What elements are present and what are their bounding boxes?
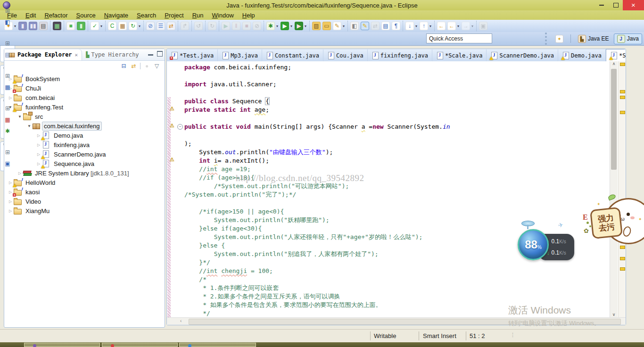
minimize-button[interactable] [594,0,609,10]
horizontal-scrollbar[interactable]: ‹ [167,317,626,325]
restore-view-button[interactable]: ⊞ [3,6,12,16]
mark-occurrences-button[interactable]: ✎ [361,22,369,30]
lint-check-button[interactable]: ✓▾ [91,22,99,30]
menu-help[interactable]: Help [238,12,259,19]
save-button[interactable]: ▮ [18,22,27,30]
tab-type-hierarchy[interactable]: ▙ Type Hierarchy [82,49,142,60]
taskbar-window-1[interactable] [24,343,100,347]
toggle-step-filters-button[interactable]: ⇄ [167,22,175,30]
run-button[interactable]: ▶▾ [281,22,289,30]
restore-view-button[interactable]: ⊞ [3,71,12,81]
save-all-button[interactable]: ▮▮ [29,22,37,30]
warning-bulb-icon[interactable]: ⚠ [170,157,176,163]
dropdown-arrow-icon[interactable]: ▾ [429,24,431,28]
tree-item-xiangmu[interactable]: ▷XiangMu [4,206,165,215]
perspective-java-ee[interactable]: ▙Java EE [575,34,612,44]
dropdown-arrow-icon[interactable]: ▾ [100,24,102,28]
view-tasks-button[interactable]: ▤ [3,50,12,59]
run-external-tools-button[interactable]: ▶▾ [295,22,303,30]
tree-item-sequence-java[interactable]: ▷Sequence.java [4,159,165,168]
dropdown-arrow-icon[interactable]: ▾ [457,24,459,28]
back-button[interactable]: ←▾ [447,22,456,30]
tree-item-helloworld[interactable]: ▷JHelloWorld [4,178,165,187]
expand-arrow-icon[interactable]: ▷ [35,143,42,147]
previous-annotation-button[interactable]: ↑▾ [420,22,428,30]
new-java-package-button[interactable]: ▦ [118,22,127,30]
warning-mark[interactable] [620,257,625,260]
dropdown-arrow-icon[interactable]: ▾ [276,24,278,28]
warning-mark[interactable] [620,267,625,271]
maximize-view-button[interactable] [157,51,163,57]
dropdown-arrow-icon[interactable]: ▾ [471,24,473,28]
restore-button[interactable] [609,0,623,10]
vertical-scrollbar[interactable]: ∧ ∨ [610,61,618,319]
tree-item-fuxinfeng-test[interactable]: ▼Jfuxinfeng.Test [4,102,165,112]
dropdown-arrow-icon[interactable]: ▾ [305,24,306,28]
quick-access-input[interactable] [426,33,492,43]
show-generated-class-button[interactable]: ◧ [350,22,359,30]
dropdown-arrow-icon[interactable]: ▾ [343,24,345,28]
vertical-scroll-thumb[interactable] [611,69,617,170]
show-selected-element-button[interactable]: ▤ [381,22,390,30]
warning-mark[interactable] [620,90,625,93]
memory-percent-ball[interactable]: 88 % [518,229,549,260]
expand-arrow-icon[interactable]: ▷ [7,96,14,100]
warning-bulb-icon[interactable]: ⚠ [170,123,176,129]
editor-tab-mp3-java[interactable]: Mp3.java [218,50,262,61]
next-annotation-button[interactable]: ↓▾ [405,22,414,30]
link-with-editor-button[interactable]: ⇄ [130,62,138,70]
menu-run[interactable]: Run [188,12,208,19]
menu-search[interactable]: Search [132,12,160,19]
tree-item-scannerdemo-java[interactable]: ▷ScannerDemo.java [4,149,165,159]
taskbar-window-2[interactable] [102,343,178,347]
collapse-all-button[interactable]: ⊟ [120,62,128,70]
open-task-button[interactable]: ▨ [312,22,321,30]
scroll-up-icon[interactable]: ∧ [610,61,618,68]
editor-tab-demo-java[interactable]: Demo.java [558,50,606,61]
tree-item-com-beicai[interactable]: ▷com.beicai [4,93,165,102]
format-button[interactable]: ✎▾ [333,22,341,30]
close-view-icon[interactable]: ✕ [75,52,78,58]
tree-item-jre-system-library[interactable]: ▷JRE System Library [jdk1.8.0_131] [4,168,165,178]
editor-tab-scannerdemo-java[interactable]: ScannerDemo.java [487,50,558,61]
editor-tab-constant-java[interactable]: Constant.java [262,50,323,61]
perspective-java[interactable]: JJava [614,33,642,44]
expand-arrow-icon[interactable]: ▷ [7,209,14,213]
show-whitespace-button[interactable]: ¶ [392,22,400,30]
expand-arrow-icon[interactable]: ▼ [26,124,33,128]
skip-all-breakpoints-button[interactable]: ⊘ [146,22,155,30]
open-resource-button[interactable]: ▭ [322,22,331,30]
menu-edit[interactable]: Edit [21,12,40,19]
editor-tab--sequence-java[interactable]: *Sequence.java✕ [606,49,626,61]
tree-item-fixinfeng-java[interactable]: ▷fixinfeng.java [4,140,165,149]
taskbar-window-3[interactable] [179,343,256,347]
menu-project[interactable]: Project [160,12,188,19]
last-edit-location-button[interactable]: ← [437,22,446,30]
warning-mark[interactable] [620,96,625,99]
warning-mark[interactable] [620,111,625,114]
tab-package-explorer[interactable]: Package Explorer ✕ [4,49,82,60]
warning-mark[interactable] [620,63,625,66]
close-button[interactable]: × [623,0,644,10]
tree-item-booksystem[interactable]: ▷JBookSystem [4,74,165,83]
editor-tab-cou-java[interactable]: Cou.java [323,50,368,61]
android-avd-manager-button[interactable]: ■ [66,22,75,30]
code-content[interactable]: package com.beicai.fuxinfeng;import java… [184,63,590,318]
editor-tab--scale-java[interactable]: *Scale.java [432,50,487,61]
warning-mark[interactable] [620,246,625,249]
menu-refactor[interactable]: Refactor [40,12,72,19]
view-hierarchy-button[interactable]: ▦ [3,83,12,92]
expand-arrow-icon[interactable]: ▷ [17,171,23,175]
expand-arrow-icon[interactable]: ▼ [17,115,23,119]
editor-area[interactable]: ⚠⚠⚠− package com.beicai.fuxinfeng;import… [167,61,626,319]
view-problems-button[interactable]: ▦ [3,115,12,124]
warning-bulb-icon[interactable]: ⚠ [170,106,176,112]
minimize-view-button[interactable] [148,54,153,56]
menu-window[interactable]: Window [208,12,238,19]
dropdown-arrow-icon[interactable]: ▾ [139,24,140,28]
android-device-monitor-button[interactable]: ▮ [77,22,85,30]
tree-item-kaosi[interactable]: ▷J×kaosi [4,187,165,197]
new-run-wizard-button[interactable]: ↻▾ [129,22,137,30]
print-button[interactable]: ▤ [39,22,48,30]
restore-view-button[interactable]: ⊞ [3,104,12,113]
